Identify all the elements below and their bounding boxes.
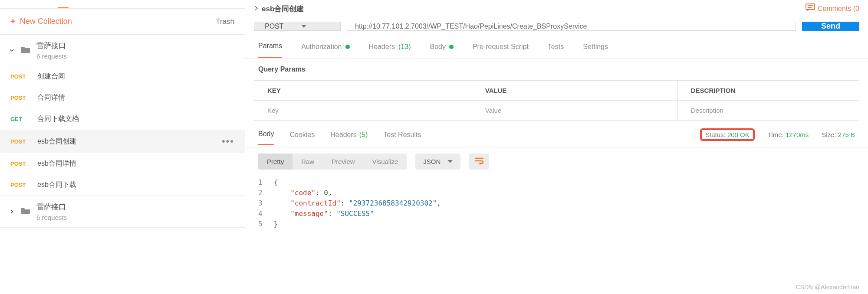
tab-headers[interactable]: Headers (13)	[369, 36, 411, 58]
cell-value[interactable]: Value	[472, 101, 677, 121]
col-header-key: KEY	[254, 81, 472, 101]
visualize-button[interactable]: Visualize	[364, 154, 407, 170]
request-tab-title[interactable]: esb合同创建	[254, 4, 304, 14]
chevron-down-icon	[9, 47, 15, 53]
collection-requests-count: 6 requests	[36, 52, 67, 60]
top-tab-history[interactable]	[9, 0, 19, 8]
dot-indicator-icon	[449, 45, 454, 49]
request-name: esb合同下载	[37, 180, 76, 189]
resp-tab-body[interactable]: Body	[258, 130, 274, 145]
trash-link[interactable]: Trash	[216, 17, 234, 26]
method-badge: POST	[10, 182, 30, 188]
request-name: 合同详情	[37, 93, 65, 102]
url-input[interactable]: http://10.77.101.2:7003//WP_TEST/Hao/Pep…	[347, 22, 796, 31]
time-meta: Time: 1270ms	[768, 131, 809, 138]
size-label: Size:	[822, 131, 836, 138]
sidebar-top-tabs	[0, 0, 245, 9]
status-value: 200 OK	[727, 131, 750, 138]
method-badge: GET	[10, 116, 30, 122]
url-value: http://10.77.101.2:7003//WP_TEST/Hao/Pep…	[355, 23, 587, 30]
method-select[interactable]: POST	[254, 22, 341, 31]
query-params-label: Query Params	[245, 59, 868, 80]
resp-tab-headers[interactable]: Headers (5)	[330, 131, 368, 145]
line-gutter: 1 2 3 4 5	[258, 177, 274, 229]
raw-button[interactable]: Raw	[293, 154, 323, 170]
collection-name: 雷萨接口	[36, 202, 67, 212]
more-icon[interactable]: •••	[222, 136, 234, 147]
resp-headers-count: (5)	[359, 131, 368, 139]
request-name: esb合同创建	[37, 137, 76, 146]
query-params-table: KEY VALUE DESCRIPTION Key Value Descript…	[254, 80, 859, 121]
dot-indicator-icon	[345, 45, 350, 49]
collection-header[interactable]: 雷萨接口 6 requests	[0, 196, 245, 227]
wrap-button[interactable]	[469, 154, 489, 170]
table-row[interactable]: Key Value Description	[254, 101, 859, 121]
tab-params[interactable]: Params	[258, 35, 282, 58]
comments-button[interactable]: Comments (0	[806, 3, 859, 14]
send-button[interactable]: Send	[802, 22, 859, 31]
tab-body-label: Body	[430, 43, 445, 51]
headers-count: (13)	[398, 43, 411, 51]
request-item[interactable]: POST 创建合同	[0, 66, 245, 87]
pretty-button[interactable]: Pretty	[258, 154, 293, 170]
new-collection-label: New Collection	[20, 17, 72, 26]
response-body-code[interactable]: 1 2 3 4 5 { "code": 0, "contractId": "29…	[245, 176, 868, 231]
collection-requests-count: 6 requests	[36, 214, 67, 221]
method-badge: POST	[10, 160, 30, 167]
code-content: { "code": 0, "contractId": "293723685834…	[274, 177, 441, 229]
tab-settings[interactable]: Settings	[583, 36, 608, 58]
tab-body[interactable]: Body	[430, 36, 453, 58]
resp-tab-testresults[interactable]: Test Results	[383, 131, 421, 145]
status-label: Status:	[705, 131, 726, 138]
preview-button[interactable]: Preview	[323, 154, 363, 170]
language-select-value: JSON	[423, 158, 441, 165]
folder-icon	[21, 207, 30, 217]
tab-authorization[interactable]: Authorization	[301, 36, 349, 58]
tab-headers-label: Headers	[369, 43, 395, 51]
method-badge: POST	[10, 138, 30, 145]
method-badge: POST	[10, 95, 30, 101]
plus-icon: +	[10, 16, 16, 26]
request-item[interactable]: POST 合同详情	[0, 87, 245, 108]
col-header-value: VALUE	[472, 81, 677, 101]
main-panel: esb合同创建 Comments (0 POST http://10.77.10…	[245, 0, 868, 294]
request-item[interactable]: POST esb合同下载	[0, 174, 245, 196]
chevron-right-icon	[254, 4, 258, 13]
request-name: 创建合同	[37, 72, 65, 81]
time-label: Time:	[768, 131, 784, 138]
request-name: 合同下载文档	[37, 114, 79, 124]
top-tab-apis[interactable]	[108, 0, 118, 8]
resp-tab-cookies[interactable]: Cookies	[289, 131, 315, 145]
folder-icon	[21, 46, 30, 56]
time-value: 1270ms	[786, 131, 809, 138]
resp-headers-label: Headers	[330, 131, 356, 139]
sidebar: + New Collection Trash 雷萨接口 6 requests	[0, 0, 245, 294]
tab-title-text: esb合同创建	[262, 4, 304, 14]
cell-description[interactable]: Description	[677, 101, 859, 121]
chevron-right-icon	[9, 209, 15, 215]
caret-down-icon	[301, 25, 306, 28]
request-item[interactable]: GET 合同下载文档	[0, 108, 245, 130]
tab-authorization-label: Authorization	[301, 43, 342, 51]
size-meta: Size: 275 B	[822, 131, 855, 138]
cell-key[interactable]: Key	[254, 101, 472, 121]
collection-name: 雷萨接口	[36, 41, 67, 51]
comment-icon	[806, 3, 815, 14]
tab-tests[interactable]: Tests	[548, 36, 564, 58]
top-tab-collections[interactable]	[58, 0, 69, 8]
caret-down-icon	[447, 160, 453, 163]
comments-label: Comments (0	[818, 5, 859, 13]
request-name: esb合同详情	[37, 159, 76, 168]
request-item[interactable]: POST esb合同创建 •••	[0, 130, 245, 153]
method-select-value: POST	[265, 23, 284, 30]
request-item[interactable]: POST esb合同详情	[0, 153, 245, 174]
tab-prerequest[interactable]: Pre-request Script	[473, 36, 529, 58]
language-select[interactable]: JSON	[415, 154, 460, 170]
method-badge: POST	[10, 73, 30, 80]
watermark: CSDN @AlexanderHao	[796, 284, 860, 291]
col-header-description: DESCRIPTION	[677, 81, 859, 101]
new-collection-button[interactable]: + New Collection	[10, 16, 72, 26]
body-view-group: Pretty Raw Preview Visualize	[258, 154, 407, 170]
size-value: 275 B	[838, 131, 855, 138]
collection-header[interactable]: 雷萨接口 6 requests	[0, 35, 245, 66]
